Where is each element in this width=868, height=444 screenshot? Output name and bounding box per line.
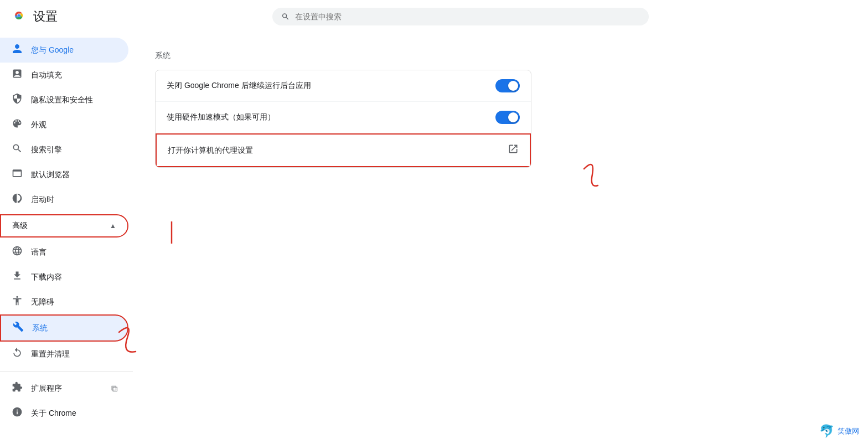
hardware-accel-toggle[interactable] [495,111,520,124]
sidebar-item-system[interactable]: 系统 [0,314,128,342]
sidebar-label-browser: 默认浏览器 [31,170,70,180]
startup-icon [11,193,23,206]
appearance-icon [11,118,23,132]
content-area: 系统 关闭 Google Chrome 后继续运行后台应用 使用硬件加速模式（如… [133,33,868,444]
setting-row-background: 关闭 Google Chrome 后继续运行后台应用 [156,70,531,102]
sidebar-label-autofill: 自动填充 [31,70,62,80]
sidebar-item-privacy[interactable]: 隐私设置和安全性 [0,87,128,112]
search-bar-container [64,8,857,25]
sidebar-label-accessibility: 无障碍 [31,297,54,307]
watermark-text: 笑傲网 [838,426,859,436]
search-input[interactable] [295,12,640,21]
section-title: 系统 [155,51,846,61]
main-layout: 您与 Google 自动填充 隐私设置和安全性 外观 [0,33,868,444]
watermark: 🐬 笑傲网 [819,424,859,438]
setting-row-proxy[interactable]: 打开你计算机的代理设置 [156,133,531,167]
accessibility-icon [11,295,23,309]
proxy-external-icon [508,143,519,157]
background-run-label: 关闭 Google Chrome 后继续运行后台应用 [167,81,489,91]
sidebar-item-reset[interactable]: 重置并清理 [0,342,128,366]
reset-icon [11,347,23,361]
sidebar-item-about[interactable]: 关于 Chrome [0,401,128,426]
sidebar-label-system: 系统 [32,323,48,333]
sidebar-item-appearance[interactable]: 外观 [0,112,128,137]
browser-icon [11,168,23,182]
sidebar-label-privacy: 隐私设置和安全性 [31,95,93,105]
extensions-icon [11,381,23,395]
about-label: 关于 Chrome [31,409,76,419]
external-link-ext-icon: ⧉ [111,384,117,394]
person-icon [11,43,23,57]
sidebar-item-browser[interactable]: 默认浏览器 [0,162,128,187]
setting-row-hardware: 使用硬件加速模式（如果可用） [156,102,531,133]
extensions-label: 扩展程序 [31,384,62,394]
sidebar-item-you-google[interactable]: 您与 Google [0,38,128,63]
sidebar: 您与 Google 自动填充 隐私设置和安全性 外观 [0,33,133,444]
proxy-label: 打开你计算机的代理设置 [168,146,501,156]
watermark-logo: 🐬 [819,424,834,438]
chrome-logo [11,8,27,25]
top-bar: 设置 [0,0,868,33]
search-icon [281,12,290,21]
privacy-icon [11,93,23,107]
hardware-accel-label: 使用硬件加速模式（如果可用） [167,112,489,122]
about-icon [11,406,23,420]
sidebar-label-language: 语言 [31,247,46,257]
autofill-icon [11,68,23,82]
chevron-up-icon: ▲ [110,222,116,230]
search-nav-icon [11,143,23,157]
sidebar-section-advanced[interactable]: 高级 ▲ [0,214,128,238]
language-icon [11,245,23,259]
sidebar-label-you-google: 您与 Google [31,45,74,55]
sidebar-item-startup[interactable]: 启动时 [0,187,128,212]
sidebar-label-downloads: 下载内容 [31,272,62,282]
sidebar-item-search[interactable]: 搜索引擎 [0,137,128,162]
settings-card: 关闭 Google Chrome 后继续运行后台应用 使用硬件加速模式（如果可用… [155,70,531,168]
sidebar-item-downloads[interactable]: 下载内容 [0,265,128,290]
sidebar-label-startup: 启动时 [31,195,54,205]
search-bar [272,8,649,25]
sidebar-item-language[interactable]: 语言 [0,240,128,265]
sidebar-label-reset: 重置并清理 [31,349,70,359]
sidebar-label-appearance: 外观 [31,120,46,130]
sidebar-divider [0,371,133,371]
background-run-toggle[interactable] [495,79,520,92]
page-title: 设置 [33,8,58,25]
sidebar-item-accessibility[interactable]: 无障碍 [0,290,128,314]
sidebar-item-extensions[interactable]: 扩展程序 ⧉ [0,376,128,401]
sidebar-item-autofill[interactable]: 自动填充 [0,63,128,87]
system-icon [12,321,24,335]
downloads-icon [11,270,23,284]
sidebar-section-advanced-label: 高级 [12,221,28,231]
sidebar-label-search: 搜索引擎 [31,145,62,155]
svg-point-2 [17,14,20,17]
